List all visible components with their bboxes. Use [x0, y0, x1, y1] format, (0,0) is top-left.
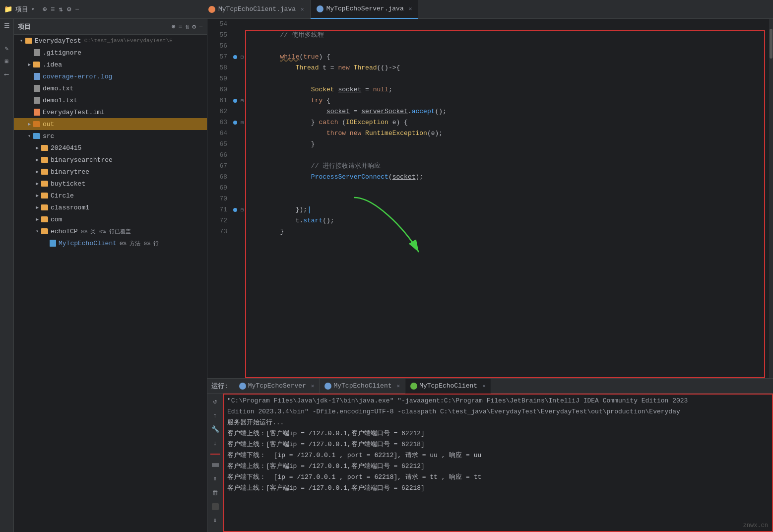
code-line-56	[245, 41, 769, 52]
tree-circle-icon	[41, 192, 49, 200]
run-tab-client1-close[interactable]: ✕	[397, 383, 400, 389]
run-output-line-4: 客户端上线：[客户端ip = /127.0.0.1,客户端端口号 = 62212…	[227, 461, 769, 472]
code-line-54	[245, 19, 769, 30]
run-tab-server-label: MyTcpEchoServer	[248, 382, 306, 390]
run-output-line-2: 客户端上线：[客户端ip = /127.0.0.1,客户端端口号 = 62218…	[227, 439, 769, 450]
project-icon: 📁	[4, 5, 12, 13]
tree-out-label: out	[43, 121, 54, 128]
run-tab-client2[interactable]: MyTcpEchoClient ✕	[405, 379, 491, 394]
tree-icon-sort[interactable]: ⇅	[186, 23, 190, 31]
tab-server-icon	[317, 5, 323, 12]
tree-client-file-label: MyTcpEchoClient	[59, 240, 117, 247]
tree-item-com[interactable]: ▶ com	[14, 213, 207, 225]
tree-header-title: 项目	[18, 22, 31, 31]
tree-item-demo[interactable]: demo.txt	[14, 82, 207, 94]
run-left-icons: ↺ ↑ 🔧 ↓ ⬆ 🗑 ⬇	[207, 394, 223, 532]
run-output-line-5: 客户端下线： [ip = /127.0.0.1 , port = 62218],…	[227, 472, 769, 483]
run-rerun-icon[interactable]: ↺	[210, 397, 220, 406]
sidebar-icon-1[interactable]: ☰	[2, 21, 12, 31]
tab-server-close[interactable]: ✕	[409, 5, 412, 12]
tree-idea-arrow: ▶	[26, 61, 33, 68]
tree-20240415-arrow: ▶	[34, 144, 41, 151]
tree-item-echotcp[interactable]: ▾ echoTCP 0% 类 0% 行已覆盖	[14, 225, 207, 237]
tree-item-circle[interactable]: ▶ Circle	[14, 190, 207, 201]
right-scroll[interactable]	[769, 19, 773, 378]
run-layout-icon[interactable]	[210, 502, 220, 512]
tree-cl1-icon	[41, 203, 49, 211]
tree-item-out[interactable]: ▶ out	[14, 118, 207, 130]
run-export-icon[interactable]: ⬆	[210, 474, 220, 484]
tree-src-icon	[33, 132, 41, 140]
dropdown-arrow-icon[interactable]: ▾	[31, 6, 35, 12]
settings-icon[interactable]: ⚙	[67, 5, 71, 13]
tab-server[interactable]: MyTcpEchoServer.java ✕	[311, 0, 419, 19]
tree-item-coverage[interactable]: coverage-error.log	[14, 70, 207, 82]
run-bottom-icon[interactable]: ⬇	[210, 516, 220, 526]
sidebar-icon-3[interactable]: ⊞	[2, 57, 12, 66]
tree-item-idea[interactable]: ▶ .idea	[14, 59, 207, 70]
run-down-icon[interactable]: ↓	[210, 438, 220, 448]
code-line-58: Thread t = new Thread(()->{	[245, 63, 769, 73]
run-output-line-3: 客户端下线： [ip = /127.0.0.1 , port = 62212],…	[227, 450, 769, 461]
tree-item-binarytree[interactable]: ▶ binarytree	[14, 166, 207, 178]
tree-item-buyticket[interactable]: ▶ buyticket	[14, 178, 207, 190]
tree-root[interactable]: ▾ EverydayTest C:\test_java\EverydayTest…	[14, 35, 207, 47]
tree-src-arrow: ▾	[26, 133, 33, 139]
run-tab-client2-icon	[410, 383, 417, 390]
run-tab-client1[interactable]: MyTcpEchoClient ✕	[320, 379, 405, 394]
run-label: 运行:	[211, 382, 234, 391]
tab-client-close[interactable]: ✕	[301, 6, 304, 12]
project-tree: 项目 ⊕ ≡ ⇅ ⚙ − ▾ EverydayTest C:\test_java…	[14, 19, 207, 532]
tree-demo1-icon	[33, 96, 41, 104]
tree-item-gitignore[interactable]: .gitignore	[14, 47, 207, 59]
tree-circle-label: Circle	[51, 192, 74, 200]
tree-out-arrow: ▶	[26, 121, 33, 128]
tree-icon-list[interactable]: ≡	[179, 23, 183, 31]
code-scroll[interactable]: // 使用多线程 while(true) { Thread t = new Th…	[245, 19, 769, 237]
sidebar-icon-4[interactable]: ⟵	[2, 69, 12, 79]
minus-icon[interactable]: −	[75, 5, 79, 13]
sidebar-icon-2[interactable]: ✎	[2, 44, 12, 54]
tree-item-iml[interactable]: EverydayTest.iml	[14, 106, 207, 118]
tree-client-spacer	[42, 240, 49, 247]
run-tab-client2-label: MyTcpEchoClient	[419, 382, 477, 390]
run-delete-icon[interactable]: 🗑	[210, 488, 220, 498]
run-wrench-icon[interactable]: 🔧	[210, 424, 220, 434]
run-output[interactable]: "C:\Program Files\Java\jdk-17\bin\java.e…	[223, 394, 773, 532]
code-line-72: t.start();	[245, 215, 769, 226]
tree-item-src[interactable]: ▾ src	[14, 130, 207, 142]
run-up-icon[interactable]: ↑	[210, 410, 220, 420]
tree-cl1-label: classroom1	[51, 204, 89, 211]
tree-item-classroom1[interactable]: ▶ classroom1	[14, 201, 207, 213]
tree-root-name: EverydayTest	[35, 37, 81, 45]
tree-item-client-file[interactable]: MyTcpEchoClient 0% 方法 0% 行	[14, 237, 207, 249]
run-tab-server[interactable]: MyTcpEchoServer ✕	[234, 379, 320, 394]
run-tab-client2-close[interactable]: ✕	[482, 383, 486, 389]
tree-item-binarysearchtree[interactable]: ▶ binarysearchtree	[14, 154, 207, 166]
code-line-59	[245, 73, 769, 84]
code-line-69	[245, 183, 769, 194]
tree-root-icon	[25, 37, 33, 45]
tab-client[interactable]: MyTcpEchoClient.java ✕	[202, 0, 311, 19]
code-line-66	[245, 150, 769, 161]
code-scroll-wrapper: // 使用多线程 while(true) { Thread t = new Th…	[245, 19, 769, 378]
tree-icon-settings[interactable]: ⚙	[192, 23, 196, 31]
run-tab-server-close[interactable]: ✕	[311, 383, 315, 389]
right-scroll-thumb[interactable]	[770, 29, 773, 59]
earth-icon[interactable]: ⊕	[43, 5, 47, 13]
sort-icon[interactable]: ⇅	[59, 5, 63, 13]
tree-item-demo1[interactable]: demo1.txt	[14, 94, 207, 106]
tree-bst-label: binarysearchtree	[51, 156, 113, 164]
list-icon[interactable]: ≡	[51, 5, 55, 13]
tree-src-label: src	[43, 133, 54, 140]
run-stop-icon[interactable]	[210, 454, 220, 455]
tree-echo-icon	[41, 227, 49, 235]
run-stack-icon[interactable]	[210, 460, 220, 470]
tree-icon-earth[interactable]: ⊕	[172, 23, 176, 31]
tree-coverage-spacer	[26, 73, 33, 80]
tree-item-20240415[interactable]: ▶ 20240415	[14, 142, 207, 154]
run-content: ↺ ↑ 🔧 ↓ ⬆ 🗑 ⬇	[207, 394, 773, 532]
tree-icon-collapse[interactable]: −	[199, 23, 203, 31]
tree-client-badge: 0% 方法 0% 行	[120, 240, 159, 247]
code-line-71: });|	[245, 204, 769, 215]
